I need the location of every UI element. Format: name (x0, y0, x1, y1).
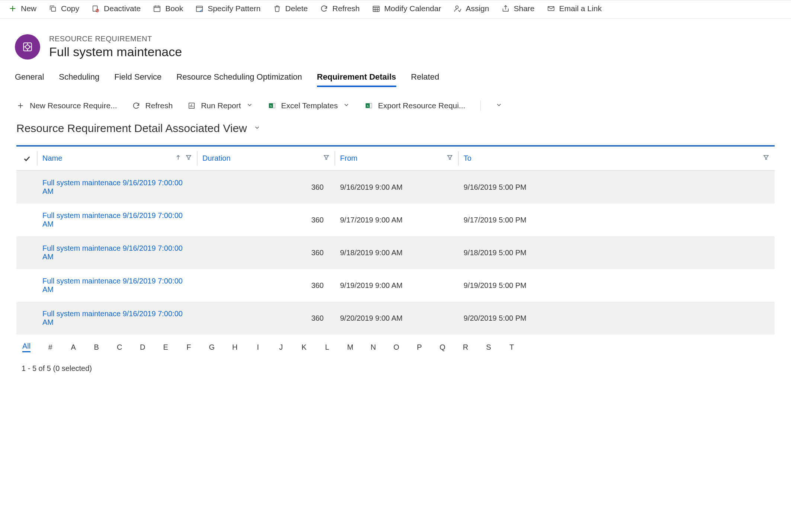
cell-to: 9/16/2019 5:00 PM (458, 170, 775, 203)
excel-templates-button[interactable]: X Excel Templates (268, 101, 350, 110)
alpha-c[interactable]: C (116, 343, 123, 352)
tab-field-service[interactable]: Field Service (114, 72, 161, 87)
alpha-p[interactable]: P (416, 343, 423, 352)
alpha-l[interactable]: L (324, 343, 330, 352)
filter-icon[interactable] (763, 154, 769, 163)
plus-icon (8, 4, 17, 13)
row-check[interactable] (16, 236, 37, 269)
column-to[interactable]: To (458, 146, 775, 170)
alpha-r[interactable]: R (462, 343, 469, 352)
row-check[interactable] (16, 302, 37, 334)
tab-general[interactable]: General (15, 72, 44, 87)
share-button[interactable]: Share (501, 4, 535, 13)
alpha-g[interactable]: G (208, 343, 215, 352)
assign-label: Assign (466, 4, 489, 13)
table-row[interactable]: Full system maintenace 9/16/2019 7:00:00… (16, 236, 775, 269)
filter-icon[interactable] (185, 154, 192, 163)
tab-related[interactable]: Related (411, 72, 439, 87)
table-row[interactable]: Full system maintenace 9/16/2019 7:00:00… (16, 203, 775, 236)
tab-requirement-details[interactable]: Requirement Details (317, 72, 396, 87)
new-button[interactable]: New (8, 4, 36, 13)
column-duration-label: Duration (202, 154, 231, 163)
specify-pattern-button[interactable]: Specify Pattern (195, 4, 260, 13)
filter-icon[interactable] (323, 154, 330, 163)
record-link[interactable]: Full system maintenace 9/16/2019 7:00:00… (42, 244, 183, 261)
refresh-button[interactable]: Refresh (320, 4, 360, 13)
tab-rso[interactable]: Resource Scheduling Optimization (176, 72, 302, 87)
cell-to: 9/20/2019 5:00 PM (458, 302, 775, 334)
column-from[interactable]: From (335, 146, 458, 170)
alpha-k[interactable]: K (301, 343, 307, 352)
alpha-s[interactable]: S (485, 343, 492, 352)
chevron-down-icon (254, 124, 260, 133)
alpha-e[interactable]: E (162, 343, 169, 352)
alpha-t[interactable]: T (508, 343, 515, 352)
column-name[interactable]: Name (37, 146, 197, 170)
delete-button[interactable]: Delete (273, 4, 308, 13)
cell-name: Full system maintenace 9/16/2019 7:00:00… (37, 203, 197, 236)
table-row[interactable]: Full system maintenace 9/16/2019 7:00:00… (16, 170, 775, 203)
alpha-q[interactable]: Q (439, 343, 446, 352)
select-all-header[interactable] (16, 146, 37, 170)
subgrid-refresh-button[interactable]: Refresh (132, 101, 173, 110)
alpha-j[interactable]: J (278, 343, 284, 352)
alpha-n[interactable]: N (370, 343, 377, 352)
entity-icon (15, 34, 40, 60)
grid: Name Duration (16, 145, 775, 334)
report-icon (188, 102, 196, 110)
view-selector[interactable]: Resource Requirement Detail Associated V… (0, 122, 791, 145)
svg-marker-39 (324, 156, 329, 160)
refresh-icon (320, 4, 329, 13)
excel-templates-label: Excel Templates (281, 101, 338, 110)
column-from-label: From (340, 154, 358, 163)
copy-button[interactable]: Copy (48, 4, 79, 13)
cell-duration: 360 (197, 269, 335, 302)
record-link[interactable]: Full system maintenace 9/16/2019 7:00:00… (42, 277, 183, 294)
alpha-m[interactable]: M (347, 343, 353, 352)
alpha-a[interactable]: A (70, 343, 77, 352)
calendar-edit-icon (195, 4, 204, 13)
run-report-button[interactable]: Run Report (188, 101, 253, 110)
svg-point-20 (26, 45, 30, 49)
svg-rect-33 (273, 103, 275, 108)
row-check[interactable] (16, 269, 37, 302)
cell-name: Full system maintenace 9/16/2019 7:00:00… (37, 269, 197, 302)
cell-from: 9/20/2019 9:00 AM (335, 302, 458, 334)
record-link[interactable]: Full system maintenace 9/16/2019 7:00:00… (42, 211, 183, 228)
alpha-h[interactable]: H (231, 343, 238, 352)
alpha-d[interactable]: D (139, 343, 146, 352)
modify-calendar-button[interactable]: Modify Calendar (372, 4, 441, 13)
alpha-hash[interactable]: # (47, 343, 54, 352)
table-row[interactable]: Full system maintenace 9/16/2019 7:00:00… (16, 302, 775, 334)
alpha-all[interactable]: All (22, 342, 31, 352)
book-button[interactable]: Book (153, 4, 183, 13)
svg-rect-10 (196, 6, 203, 12)
column-to-label: To (464, 154, 471, 163)
alpha-f[interactable]: F (185, 343, 192, 352)
new-requirement-button[interactable]: New Resource Require... (16, 101, 117, 110)
tab-scheduling[interactable]: Scheduling (59, 72, 99, 87)
row-check[interactable] (16, 203, 37, 236)
svg-marker-40 (448, 156, 452, 160)
alpha-i[interactable]: I (254, 343, 261, 352)
more-commands-button[interactable] (496, 101, 502, 110)
main-command-bar: New Copy Deactivate Book Specify Pattern… (0, 0, 791, 19)
row-check[interactable] (16, 170, 37, 203)
export-button[interactable]: X Export Resource Requi... (365, 101, 465, 110)
record-link[interactable]: Full system maintenace 9/16/2019 7:00:00… (42, 179, 183, 195)
entity-type-label: RESOURCE REQUIREMENT (49, 35, 182, 43)
svg-marker-38 (186, 156, 191, 160)
delete-label: Delete (285, 4, 308, 13)
deactivate-button[interactable]: Deactivate (91, 4, 141, 13)
email-link-button[interactable]: Email a Link (547, 4, 602, 13)
share-label: Share (514, 4, 535, 13)
svg-marker-41 (764, 156, 768, 160)
column-duration[interactable]: Duration (197, 146, 335, 170)
deactivate-icon (91, 4, 100, 13)
alpha-b[interactable]: B (93, 343, 100, 352)
record-link[interactable]: Full system maintenace 9/16/2019 7:00:00… (42, 310, 183, 326)
alpha-o[interactable]: O (393, 343, 400, 352)
filter-icon[interactable] (446, 154, 453, 163)
assign-button[interactable]: Assign (453, 4, 489, 13)
table-row[interactable]: Full system maintenace 9/16/2019 7:00:00… (16, 269, 775, 302)
